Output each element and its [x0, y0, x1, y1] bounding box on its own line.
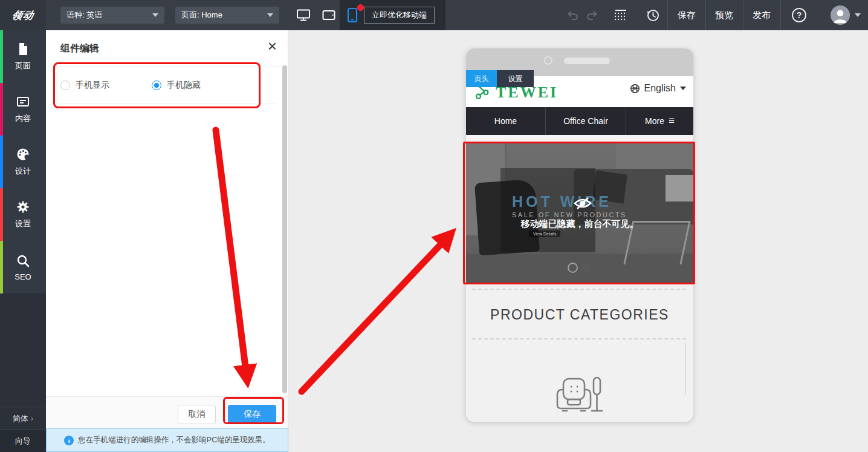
nav-more-label: More	[645, 116, 664, 126]
chevron-down-icon	[680, 87, 686, 90]
preview-button[interactable]: 预览	[705, 0, 743, 30]
language-dropdown[interactable]: 语种: 英语	[60, 7, 164, 24]
redo-icon	[585, 8, 598, 22]
sidebar-item-label: SEO	[15, 272, 31, 281]
carousel-dots[interactable]	[466, 263, 693, 273]
chevron-right-icon: ›	[31, 414, 33, 423]
user-icon	[831, 5, 850, 25]
sidebar-item-label: 内容	[15, 113, 31, 124]
banner-headline: HOT WIRE	[512, 193, 612, 211]
sidebar-item-label: 设置	[15, 218, 31, 229]
cancel-button[interactable]: 取消	[178, 405, 216, 424]
undo-button[interactable]	[565, 7, 581, 23]
notice-bar: i 您在手机端进行的编辑操作，不会影响PC端的呈现效果。	[46, 428, 288, 452]
gear-icon	[16, 200, 30, 214]
help-button[interactable]: ?	[792, 8, 806, 22]
desktop-view-button[interactable]	[296, 8, 311, 25]
sidebar-item-pages[interactable]: 页面	[0, 30, 46, 83]
armchair-lamp-icon	[552, 376, 608, 416]
page-icon	[16, 42, 30, 56]
search-icon	[16, 254, 30, 268]
accent-strip	[0, 241, 3, 293]
divider	[46, 67, 283, 67]
sidebar: 页面 内容 设计 设置 SEO 简体 › 向导	[0, 30, 46, 452]
language-dropdown-label: 语种: 英语	[66, 10, 102, 21]
accent-strip	[0, 188, 3, 241]
topbar: 领动 语种: 英语 页面: Home 立即优化移动端	[0, 0, 868, 30]
sidebar-item-label: 页面	[15, 61, 31, 71]
banner-cta-button: View Details	[529, 231, 560, 237]
notification-dot	[357, 4, 364, 11]
grid-layout-button[interactable]	[613, 7, 629, 23]
save-button-topbar[interactable]: 保存	[668, 0, 705, 30]
app-logo[interactable]: 领动	[0, 0, 46, 30]
site-nav: Home Office Chair More ≡	[466, 107, 693, 135]
globe-icon	[630, 84, 640, 94]
optimize-mobile-button[interactable]: 立即优化移动端	[364, 7, 435, 24]
sidebar-item-seo[interactable]: SEO	[0, 241, 46, 293]
avatar[interactable]	[831, 5, 850, 25]
mobile-view-button[interactable]	[345, 7, 360, 25]
guide-label: 向导	[15, 436, 31, 447]
guide-button[interactable]: 向导	[0, 429, 46, 452]
hidden-message: 移动端已隐藏，前台不可见。	[466, 218, 693, 230]
site-language-selector[interactable]: English	[630, 83, 686, 94]
radio-selected-icon	[152, 80, 161, 90]
hamburger-icon: ≡	[669, 115, 675, 127]
palette-icon	[16, 147, 30, 162]
tab-page-header[interactable]: 页头	[466, 70, 497, 87]
banner-tagline: SALE OF NEW PRODUCTS	[512, 211, 627, 218]
grid-dots-icon	[614, 8, 628, 22]
close-icon[interactable]: ×	[268, 38, 277, 54]
phone-preview: 页头 设置 TEWEI English	[466, 48, 693, 422]
hidden-banner-component[interactable]: HOT WIRE SALE OF NEW PRODUCTS View Detai…	[466, 143, 693, 283]
nav-item-office-chair[interactable]: Office Chair	[546, 107, 626, 135]
save-button[interactable]: 保存	[228, 405, 276, 424]
radio-mobile-show[interactable]: 手机显示	[60, 80, 109, 91]
sidebar-item-settings[interactable]: 设置	[0, 188, 46, 241]
sidebar-item-label: 设计	[15, 166, 31, 177]
camera-icon	[544, 56, 552, 65]
mobile-mode-segment: 立即优化移动端	[340, 0, 445, 30]
sidebar-item-design[interactable]: 设计	[0, 136, 46, 188]
redo-button[interactable]	[584, 7, 600, 23]
panel-scrollbar[interactable]	[282, 65, 287, 393]
accent-strip	[0, 30, 3, 83]
radio-mobile-hide[interactable]: 手机隐藏	[152, 80, 201, 91]
nav-item-more[interactable]: More ≡	[626, 107, 693, 135]
nav-item-home[interactable]: Home	[466, 107, 546, 135]
app-logo-text: 领动	[10, 8, 36, 22]
preview-canvas: 页头 设置 TEWEI English	[288, 30, 868, 452]
language-switch-label: 简体	[13, 413, 28, 424]
radio-label: 手机显示	[76, 80, 109, 91]
help-icon: ?	[797, 10, 802, 20]
divider	[466, 135, 693, 143]
divider	[58, 103, 276, 103]
account-chevron-down-icon[interactable]	[855, 13, 861, 17]
dashed-divider	[472, 289, 686, 290]
site-language-label: English	[644, 83, 676, 94]
undo-icon	[566, 8, 580, 22]
tablet-icon	[321, 8, 337, 22]
dashed-divider	[472, 338, 686, 339]
monitor-icon	[296, 8, 311, 22]
accent-strip	[0, 83, 3, 136]
panel-title: 组件编辑	[60, 42, 99, 55]
content-icon	[15, 94, 31, 109]
language-switch[interactable]: 简体 ›	[0, 407, 46, 430]
notice-text: 您在手机端进行的编辑操作，不会影响PC端的呈现效果。	[78, 435, 270, 445]
carousel-dot-active[interactable]	[581, 263, 592, 273]
accent-strip	[0, 136, 3, 188]
page-dropdown[interactable]: 页面: Home	[175, 7, 279, 24]
history-icon	[646, 8, 660, 22]
sidebar-item-content[interactable]: 内容	[0, 83, 46, 136]
tablet-view-button[interactable]	[321, 8, 337, 25]
divider	[780, 0, 781, 30]
page-dropdown-label: 页面: Home	[181, 10, 222, 21]
tab-settings[interactable]: 设置	[497, 70, 534, 87]
history-button[interactable]	[645, 7, 661, 23]
publish-button[interactable]: 发布	[743, 0, 780, 30]
speaker-bar	[564, 57, 610, 64]
carousel-dot[interactable]	[568, 263, 578, 273]
phone-scrollbar[interactable]	[685, 343, 686, 395]
